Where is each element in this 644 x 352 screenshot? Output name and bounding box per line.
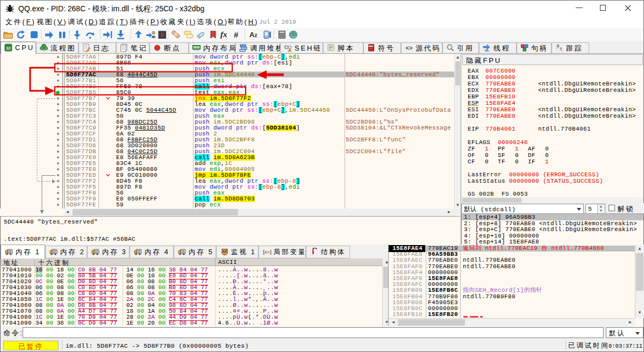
svg-text:S: S xyxy=(160,31,164,39)
svg-text:32: 32 xyxy=(6,46,11,50)
svg-text:[x=]: [x=] xyxy=(263,249,271,255)
svg-text:<>: <> xyxy=(405,45,413,52)
